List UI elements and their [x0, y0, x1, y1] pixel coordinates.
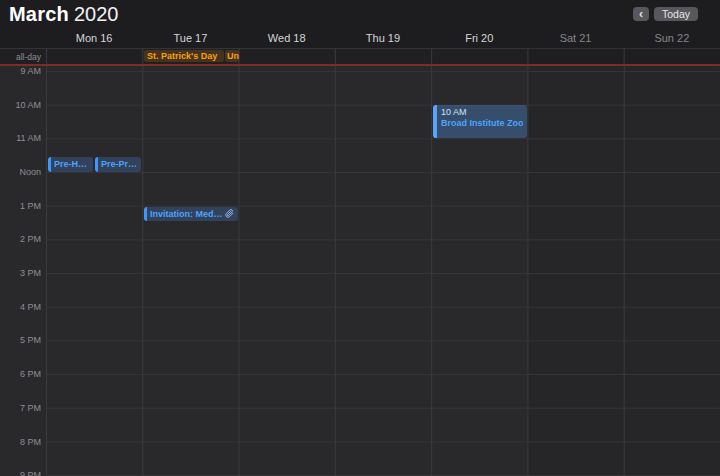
chevron-left-icon: ‹	[639, 7, 643, 21]
event-title: Pre-Pr…	[98, 157, 141, 171]
event-time: 10 AM	[441, 107, 523, 118]
event-broad-institute-zoom[interactable]: 10 AM Broad Institute Zoom	[433, 105, 527, 138]
calendar-window: March 2020 ‹ Today Mon 16 Tue 17 Wed 18 …	[0, 0, 720, 476]
all-day-event-truncated[interactable]: Un…	[225, 50, 239, 62]
time-label-7pm: 7 PM	[0, 403, 41, 413]
day-header-mon-16[interactable]: Mon 16	[46, 32, 142, 44]
toolbar: March 2020 ‹ Today	[0, 0, 720, 28]
time-label-10am: 10 AM	[0, 100, 41, 110]
day-header-thu-19[interactable]: Thu 19	[335, 32, 431, 44]
time-label-2pm: 2 PM	[0, 234, 41, 244]
all-day-event-st-patricks-day[interactable]: St. Patrick's Day	[144, 50, 224, 62]
prev-week-button[interactable]: ‹	[633, 7, 649, 21]
time-label-5pm: 5 PM	[0, 335, 41, 345]
title-month: March	[9, 3, 69, 26]
day-header-row: Mon 16 Tue 17 Wed 18 Thu 19 Fri 20 Sat 2…	[0, 28, 720, 48]
day-header-sun-22[interactable]: Sun 22	[624, 32, 720, 44]
event-title: Invitation: MedHa…	[147, 207, 225, 221]
title-year: 2020	[74, 3, 119, 26]
time-label-6pm: 6 PM	[0, 369, 41, 379]
toolbar-nav: ‹ Today	[633, 7, 698, 21]
day-header-sat-21[interactable]: Sat 21	[527, 32, 623, 44]
paperclip-icon	[225, 209, 235, 219]
event-invitation-medha[interactable]: Invitation: MedHa…	[144, 207, 238, 221]
event-pre-pr[interactable]: Pre-Pr…	[95, 157, 141, 172]
day-header-wed-18[interactable]: Wed 18	[239, 32, 335, 44]
time-label-9pm: 9 PM	[0, 470, 41, 476]
time-label-3pm: 3 PM	[0, 268, 41, 278]
page-title: March 2020	[9, 3, 118, 26]
calendar-body: all-day St. Patrick's Day Un… 9 AM 10 AM…	[0, 48, 720, 476]
event-title: Broad Institute Zoom	[441, 118, 523, 129]
event-pre-he[interactable]: Pre-He…	[48, 157, 93, 172]
day-header-tue-17[interactable]: Tue 17	[142, 32, 238, 44]
time-label-8pm: 8 PM	[0, 437, 41, 447]
time-label-4pm: 4 PM	[0, 302, 41, 312]
event-title: Pre-He…	[51, 157, 93, 171]
current-time-indicator	[0, 64, 720, 66]
time-label-1pm: 1 PM	[0, 201, 41, 211]
hour-gridlines	[46, 65, 720, 476]
day-header-fri-20[interactable]: Fri 20	[431, 32, 527, 44]
all-day-label: all-day	[0, 52, 41, 62]
time-label-11am: 11 AM	[0, 133, 41, 143]
today-button[interactable]: Today	[654, 7, 698, 21]
time-label-9am: 9 AM	[0, 66, 41, 76]
time-label-noon: Noon	[0, 167, 41, 177]
